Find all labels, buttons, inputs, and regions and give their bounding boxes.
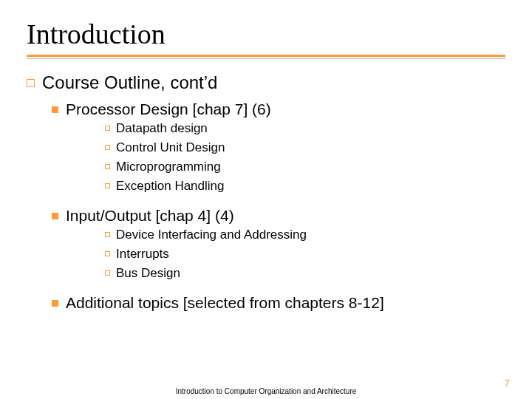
- bullet-solid-icon: [52, 106, 58, 113]
- bullet-hollow-sm-icon: [105, 183, 110, 188]
- bullet-solid-icon: [52, 213, 58, 219]
- outline-item-lvl3: Datapath design: [105, 120, 505, 137]
- lvl3-label: Control Unit Design: [116, 140, 225, 154]
- lvl3-label: Datapath design: [116, 121, 208, 135]
- lvl3-label: Device Interfacing and Addressing: [116, 228, 307, 242]
- outline-item-lvl3: Control Unit Design: [105, 140, 505, 157]
- outline-item-lvl3: Exception Handling: [105, 178, 505, 195]
- outline-item-lvl3: Device Interfacing and Addressing: [105, 227, 505, 244]
- bullet-hollow-sm-icon: [105, 232, 110, 237]
- bullet-hollow-sm-icon: [105, 145, 110, 150]
- outline-item-lvl2: Input/Output [chap 4] (4) Device Interfa…: [52, 207, 505, 282]
- outline-item-lvl1: Course Outline, cont’d Processor Design …: [27, 72, 505, 312]
- outline-item-lvl3: Bus Design: [105, 265, 505, 282]
- lvl1-label: Course Outline, cont’d: [42, 72, 217, 92]
- outline-item-lvl2: Processor Design [chap 7] (6) Datapath d…: [52, 100, 505, 195]
- title-rule: [27, 55, 505, 59]
- slide-title: Introduction: [27, 18, 505, 50]
- bullet-hollow-icon: [27, 79, 35, 87]
- lvl2-heading: Additional topics [selected from chapter…: [66, 294, 384, 311]
- outline-item-lvl3: Interrupts: [105, 246, 505, 263]
- bullet-solid-icon: [52, 300, 58, 307]
- footer-title: Introduction to Computer Organization an…: [0, 387, 532, 395]
- outline-item-lvl3: Microprogramming: [105, 159, 505, 176]
- bullet-hollow-sm-icon: [105, 164, 110, 169]
- lvl3-label: Microprogramming: [116, 160, 221, 174]
- lvl2-heading: Input/Output [chap 4] (4): [66, 207, 234, 224]
- bullet-hollow-sm-icon: [105, 270, 110, 276]
- slide: Introduction Course Outline, cont’d Proc…: [0, 0, 532, 399]
- lvl3-label: Exception Handling: [116, 179, 224, 193]
- lvl2-heading: Processor Design [chap 7] (6): [66, 100, 271, 117]
- outline-item-lvl2: Additional topics [selected from chapter…: [52, 294, 505, 312]
- bullet-hollow-sm-icon: [105, 126, 110, 131]
- lvl3-label: Bus Design: [116, 266, 180, 280]
- content-outline: Course Outline, cont’d Processor Design …: [27, 72, 505, 312]
- bullet-hollow-sm-icon: [105, 251, 110, 256]
- lvl3-label: Interrupts: [116, 247, 169, 261]
- page-number: 7: [505, 378, 510, 389]
